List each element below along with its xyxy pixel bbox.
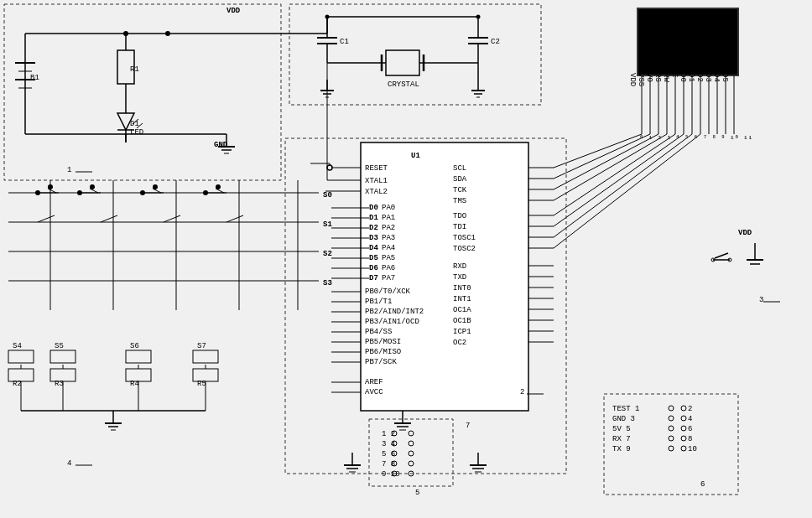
area2-label: 2 <box>520 388 524 396</box>
pb2-pin: PB2/AIND/INT2 <box>365 308 424 316</box>
s7-label: S7 <box>197 342 206 350</box>
led-label: LED <box>130 128 143 137</box>
pb5-pin: PB5/MOSI <box>365 338 401 346</box>
lcd-vdd: VDD <box>628 73 637 86</box>
d4-label: D4 <box>369 244 378 252</box>
s0-row-label: S0 <box>323 191 332 199</box>
lcd-e: E <box>670 73 679 77</box>
pa4-pin: PA4 <box>382 244 395 252</box>
reset-pin: RESET <box>365 164 388 173</box>
c1-label: C1 <box>340 38 349 46</box>
d0-label: D0 <box>369 204 378 212</box>
pb4-pin: PB4/SS <box>365 328 392 336</box>
lcd-vo: VO <box>645 73 653 82</box>
lcd-vss: VSS <box>637 73 645 86</box>
d1-label2: D1 <box>369 214 378 222</box>
scl-pin: SCL <box>453 164 466 173</box>
xtal1-pin: XTAL1 <box>365 177 388 185</box>
tms-pin: TMS <box>453 197 466 205</box>
pin6-label: 6 <box>688 425 692 433</box>
crystal-label: CRYSTAL <box>388 80 419 89</box>
d2-label: D2 <box>369 224 378 232</box>
tx-pin-label: TX 9 <box>612 445 631 453</box>
s1-row-label: S1 <box>323 220 332 229</box>
tosc2-pin: TOSC2 <box>453 245 476 253</box>
area1-label: 1 <box>67 166 71 174</box>
txd-pin: TXD <box>453 273 466 282</box>
tck-pin: TCK <box>453 186 467 194</box>
pa1-pin: PA1 <box>382 214 395 222</box>
pa0-pin: PA0 <box>382 204 395 212</box>
5v-pin-label: 5V 5 <box>612 425 631 433</box>
lcd-d5: D5 <box>721 73 729 82</box>
lcd-pin-labels: ⁰ ¹ ² ³ ⁴ ⁵ ⁶ ⁷ ⁸ ⁹ ¹⁰ ¹¹ <box>639 135 752 143</box>
pa7-pin: PA7 <box>382 274 395 282</box>
pa6-pin: PA6 <box>382 264 395 272</box>
area3-label: 3 <box>759 296 763 304</box>
sda-pin: SDA <box>453 175 467 184</box>
d3-label: D3 <box>369 234 378 242</box>
lcd-d3: D3 <box>704 73 712 82</box>
lcd-d4: D4 <box>712 73 721 82</box>
svg-rect-82 <box>638 8 738 75</box>
r1-label: R1 <box>130 65 139 74</box>
s6-label: S6 <box>130 342 139 350</box>
s5-label: S5 <box>55 342 64 350</box>
pa2-pin: PA2 <box>382 224 395 232</box>
pb0-pin: PB0/T0/XCK <box>365 287 411 296</box>
xtal2-pin: XTAL2 <box>365 188 388 196</box>
s4-label: S4 <box>13 342 22 350</box>
d1-label: D1 <box>130 120 139 128</box>
area4-label: 4 <box>67 459 71 468</box>
svg-point-43 <box>476 15 481 19</box>
lcd-rw: RW <box>662 73 670 82</box>
icp1-pin: ICP1 <box>453 328 471 336</box>
area5-label: 5 <box>415 489 419 497</box>
pa5-pin: PA5 <box>382 254 395 262</box>
aref-pin: AREF <box>365 378 383 386</box>
pa3-pin: PA3 <box>382 234 395 242</box>
lcd-d2: D2 <box>695 73 704 82</box>
b1-label: B1 <box>30 74 39 82</box>
lcd-d0: D0 <box>679 73 687 82</box>
vdd-label-top: VDD <box>226 7 241 15</box>
pin10-label: 10 <box>688 445 697 453</box>
int1-pin: INT1 <box>453 295 471 303</box>
tdo-pin: TDO <box>453 212 466 220</box>
tdi-pin: TDI <box>453 223 466 231</box>
c2-label: C2 <box>491 38 500 46</box>
s2-row-label: S2 <box>323 250 332 258</box>
avcc-pin: AVCC <box>365 388 383 396</box>
d6-label: D6 <box>369 264 378 272</box>
area6-label: 6 <box>700 480 705 489</box>
pin8-label: 8 <box>688 435 692 443</box>
int0-pin: INT0 <box>453 284 471 293</box>
lcd-rs: RS <box>653 73 662 82</box>
conn5-pin9: 9 10 <box>382 470 400 479</box>
d5-label: D5 <box>369 254 378 262</box>
gnd-pin-label: GND 3 <box>612 415 635 423</box>
lcd-d1: D1 <box>687 73 695 82</box>
svg-point-10 <box>165 31 170 36</box>
schematic-diagram: VDD B1 R1 D1 LED GND <box>0 0 812 518</box>
pin2-label: 2 <box>688 405 692 413</box>
rx-pin-label: RX 7 <box>612 435 631 443</box>
pb7-pin: PB7/SCK <box>365 358 397 366</box>
test-pin-label: TEST 1 <box>612 405 639 413</box>
pb3-pin: PB3/AIN1/OCD <box>365 318 419 326</box>
d7-label: D7 <box>369 274 378 282</box>
pb6-pin: PB6/MISO <box>365 348 401 356</box>
pin4-label: 4 <box>688 415 692 423</box>
oc1a-pin: OC1A <box>453 306 471 314</box>
vdd-right: VDD <box>738 229 752 237</box>
u1-label: U1 <box>411 152 420 160</box>
oc1b-pin: OC1B <box>453 317 471 325</box>
pb1-pin: PB1/T1 <box>365 298 392 306</box>
rxd-pin: RXD <box>453 262 466 271</box>
oc2-pin: OC2 <box>453 339 466 347</box>
area7-label: 7 <box>466 422 470 430</box>
s3-row-label: S3 <box>323 279 332 287</box>
tosc1-pin: TOSC1 <box>453 234 476 242</box>
